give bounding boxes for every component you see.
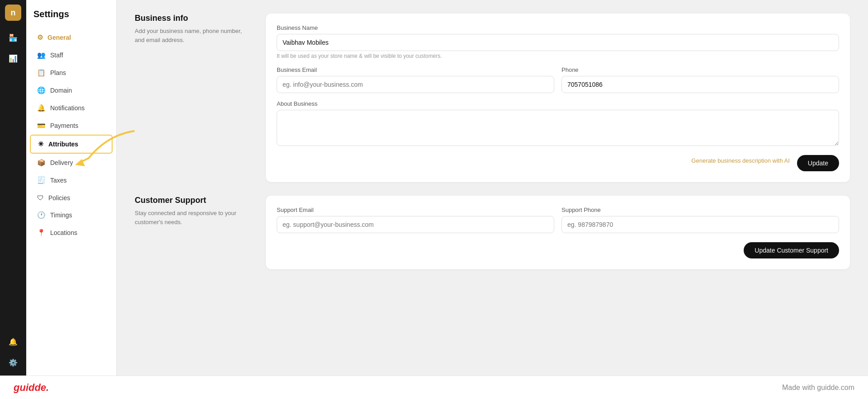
- footer-bar: guidde. Made with guidde.com: [0, 376, 868, 399]
- sidebar-label-staff: Staff: [50, 52, 63, 59]
- policies-icon: 🛡: [37, 194, 44, 202]
- sidebar-item-timings[interactable]: 🕐 Timings: [30, 207, 113, 224]
- domain-icon: 🌐: [37, 86, 46, 94]
- support-phone-label: Support Phone: [561, 207, 839, 213]
- notifications-icon: 🔔: [37, 104, 46, 112]
- business-info-footer: Generate business description with AI Up…: [277, 155, 839, 171]
- sidebar: Settings ⚙ General 👥 Staff 📋 Plans 🌐 Dom…: [26, 0, 117, 376]
- locations-icon: 📍: [37, 229, 46, 237]
- sidebar-item-payments[interactable]: 💳 Payments: [30, 117, 113, 134]
- business-email-label: Business Email: [277, 66, 554, 73]
- about-textarea[interactable]: [277, 110, 839, 146]
- payments-icon: 💳: [37, 122, 46, 130]
- main-content: Business info Add your business name, ph…: [117, 0, 868, 376]
- taxes-icon: 🧾: [37, 176, 46, 184]
- business-name-hint: It will be used as your store name & wil…: [277, 53, 839, 59]
- icon-bar: n 🏪 📊 🔔 ⚙️: [0, 0, 26, 376]
- sidebar-title: Settings: [26, 9, 116, 28]
- business-info-desc: Business info Add your business name, ph…: [135, 14, 252, 182]
- customer-support-section: Customer Support Stay connected and resp…: [135, 196, 850, 269]
- sidebar-item-locations[interactable]: 📍 Locations: [30, 224, 113, 241]
- delivery-icon: 📦: [37, 159, 46, 167]
- sidebar-label-timings: Timings: [50, 211, 72, 219]
- customer-support-subtitle: Stay connected and responsive to your cu…: [135, 209, 252, 226]
- sidebar-label-general: General: [47, 34, 71, 41]
- sidebar-label-domain: Domain: [50, 87, 72, 94]
- sidebar-item-policies[interactable]: 🛡 Policies: [30, 189, 113, 206]
- business-info-section: Business info Add your business name, ph…: [135, 14, 850, 182]
- support-phone-input[interactable]: [561, 216, 839, 233]
- nav-store-icon[interactable]: 🏪: [5, 29, 22, 46]
- business-info-subtitle: Add your business name, phone number, an…: [135, 27, 252, 44]
- update-business-button[interactable]: Update: [797, 155, 839, 171]
- nav-chart-icon[interactable]: 📊: [5, 50, 22, 67]
- sidebar-item-domain[interactable]: 🌐 Domain: [30, 82, 113, 99]
- customer-support-footer: Update Customer Support: [277, 242, 839, 258]
- about-group: About Business: [277, 100, 839, 148]
- business-info-title: Business info: [135, 14, 252, 23]
- sidebar-label-attributes: Attributes: [48, 141, 78, 148]
- support-email-group: Support Email: [277, 207, 554, 233]
- sidebar-label-taxes: Taxes: [50, 177, 67, 184]
- sidebar-item-delivery[interactable]: 📦 Delivery: [30, 154, 113, 171]
- phone-label: Phone: [561, 66, 839, 73]
- support-phone-group: Support Phone: [561, 207, 839, 233]
- sidebar-label-policies: Policies: [48, 194, 70, 202]
- sidebar-label-delivery: Delivery: [50, 159, 73, 166]
- phone-group: Phone: [561, 66, 839, 93]
- business-name-input[interactable]: [277, 34, 839, 51]
- business-email-group: Business Email: [277, 66, 554, 93]
- sidebar-item-staff[interactable]: 👥 Staff: [30, 47, 113, 64]
- business-email-input[interactable]: [277, 76, 554, 93]
- customer-support-title: Customer Support: [135, 196, 252, 205]
- footer-tagline: Made with guidde.com: [782, 384, 854, 392]
- customer-support-desc: Customer Support Stay connected and resp…: [135, 196, 252, 269]
- about-label: About Business: [277, 100, 839, 107]
- app-logo[interactable]: n: [5, 5, 21, 21]
- phone-input[interactable]: [561, 76, 839, 93]
- email-phone-row: Business Email Phone: [277, 66, 839, 100]
- nav-settings-icon[interactable]: ⚙️: [5, 354, 22, 371]
- business-name-group: Business Name It will be used as your st…: [277, 24, 839, 59]
- staff-icon: 👥: [37, 51, 46, 59]
- footer-logo: guidde.: [14, 382, 49, 394]
- sidebar-item-general[interactable]: ⚙ General: [30, 29, 113, 46]
- update-customer-support-button[interactable]: Update Customer Support: [744, 242, 839, 258]
- support-email-phone-row: Support Email Support Phone: [277, 207, 839, 240]
- plans-icon: 📋: [37, 69, 46, 77]
- sidebar-item-attributes[interactable]: ✳ Attributes: [30, 135, 113, 154]
- sidebar-label-plans: Plans: [50, 69, 66, 76]
- general-icon: ⚙: [37, 33, 43, 42]
- business-name-label: Business Name: [277, 24, 839, 31]
- sidebar-label-notifications: Notifications: [50, 104, 85, 112]
- support-email-input[interactable]: [277, 216, 554, 233]
- sidebar-item-notifications[interactable]: 🔔 Notifications: [30, 99, 113, 117]
- ai-link[interactable]: Generate business description with AI: [691, 157, 790, 164]
- attributes-icon: ✳: [38, 140, 44, 148]
- nav-bell-icon[interactable]: 🔔: [5, 333, 22, 350]
- business-info-card: Business Name It will be used as your st…: [266, 14, 850, 182]
- sidebar-label-locations: Locations: [50, 229, 77, 236]
- sidebar-item-taxes[interactable]: 🧾 Taxes: [30, 172, 113, 189]
- support-email-label: Support Email: [277, 207, 554, 213]
- customer-support-card: Support Email Support Phone Update Custo…: [266, 196, 850, 269]
- sidebar-item-plans[interactable]: 📋 Plans: [30, 64, 113, 81]
- sidebar-label-payments: Payments: [50, 122, 78, 129]
- timings-icon: 🕐: [37, 211, 46, 219]
